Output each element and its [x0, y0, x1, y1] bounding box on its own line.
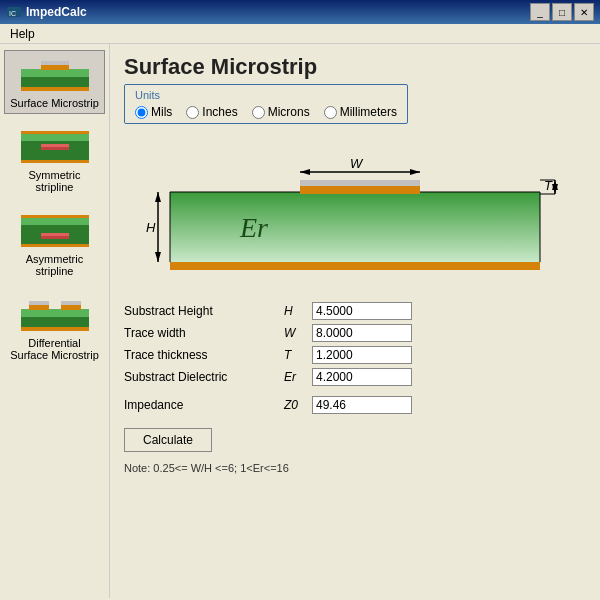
calculate-button-wrapper: Calculate	[124, 414, 586, 452]
svg-rect-6	[41, 61, 69, 65]
close-button[interactable]: ✕	[574, 3, 594, 21]
differential-surface-icon	[19, 295, 91, 335]
svg-rect-10	[21, 160, 89, 163]
microstrip-diagram: Er H W T	[124, 132, 586, 292]
symmetric-stripline-icon	[19, 127, 91, 167]
radio-inches-label: Inches	[202, 105, 237, 119]
svg-rect-21	[21, 327, 89, 331]
impedance-symbol: Z0	[284, 398, 312, 412]
svg-rect-18	[41, 233, 69, 236]
diagram-area: Er H W T	[124, 132, 586, 292]
sidebar-item-asymmetric-stripline[interactable]: Asymmetric stripline	[4, 206, 105, 282]
window-title: ImpedCalc	[26, 5, 87, 19]
param-row-height: Substract Height H	[124, 302, 586, 320]
impedance-row: Impedance Z0	[124, 396, 586, 414]
param-row-thickness: Trace thickness T	[124, 346, 586, 364]
svg-marker-36	[300, 169, 310, 175]
svg-rect-16	[21, 244, 89, 247]
sidebar-item-surface-microstrip[interactable]: Surface Microstrip	[4, 50, 105, 114]
radio-microns[interactable]: Microns	[252, 105, 310, 119]
radio-microns-label: Microns	[268, 105, 310, 119]
param-symbol-thickness: T	[284, 348, 312, 362]
svg-rect-4	[21, 87, 89, 91]
sidebar-label-surface: Surface Microstrip	[10, 97, 99, 109]
radio-mils[interactable]: Mils	[135, 105, 172, 119]
svg-rect-25	[61, 301, 81, 305]
param-input-width[interactable]	[312, 324, 412, 342]
page-title: Surface Microstrip	[124, 54, 586, 80]
maximize-button[interactable]: □	[552, 3, 572, 21]
radio-mils-label: Mils	[151, 105, 172, 119]
param-input-thickness[interactable]	[312, 346, 412, 364]
app-icon: IC	[6, 4, 22, 20]
sidebar: Surface Microstrip Symmetric stripline	[0, 44, 110, 598]
svg-text:W: W	[350, 156, 364, 171]
svg-text:H: H	[146, 220, 156, 235]
param-row-dielectric: Substract Dielectric Er	[124, 368, 586, 386]
svg-marker-37	[410, 169, 420, 175]
svg-rect-12	[41, 144, 69, 147]
note: Note: 0.25<= W/H <=6; 1<Er<=16	[124, 462, 586, 474]
help-menu[interactable]: Help	[4, 25, 41, 43]
radio-millimeters[interactable]: Millimeters	[324, 105, 397, 119]
main-container: Surface Microstrip Symmetric stripline	[0, 44, 600, 598]
param-label-dielectric: Substract Dielectric	[124, 370, 284, 384]
param-symbol-width: W	[284, 326, 312, 340]
radio-inches[interactable]: Inches	[186, 105, 237, 119]
calculate-button[interactable]: Calculate	[124, 428, 212, 452]
param-row-width: Trace width W	[124, 324, 586, 342]
svg-rect-15	[21, 215, 89, 218]
impedance-input[interactable]	[312, 396, 412, 414]
content-area: Surface Microstrip Units Mils Inches Mic…	[110, 44, 600, 598]
asymmetric-stripline-icon	[19, 211, 91, 251]
sidebar-label-differential: Differential Surface Microstrip	[9, 337, 100, 361]
param-input-height[interactable]	[312, 302, 412, 320]
params-section: Substract Height H Trace width W Trace t…	[124, 302, 586, 386]
units-section: Units Mils Inches Microns Millimeters	[124, 84, 408, 124]
radio-microns-input[interactable]	[252, 106, 265, 119]
sidebar-label-symmetric: Symmetric stripline	[9, 169, 100, 193]
svg-rect-20	[21, 309, 89, 317]
radio-millimeters-label: Millimeters	[340, 105, 397, 119]
svg-rect-23	[29, 301, 49, 305]
title-bar: IC ImpedCalc _ □ ✕	[0, 0, 600, 24]
svg-rect-3	[21, 69, 89, 77]
svg-text:IC: IC	[9, 10, 16, 17]
units-row: Mils Inches Microns Millimeters	[135, 105, 397, 119]
minimize-button[interactable]: _	[530, 3, 550, 21]
radio-millimeters-input[interactable]	[324, 106, 337, 119]
param-symbol-dielectric: Er	[284, 370, 312, 384]
svg-rect-26	[170, 262, 540, 270]
svg-marker-33	[155, 252, 161, 262]
units-label: Units	[135, 89, 397, 101]
sidebar-item-differential-surface[interactable]: Differential Surface Microstrip	[4, 290, 105, 366]
svg-rect-29	[300, 180, 420, 186]
svg-marker-32	[155, 192, 161, 202]
sidebar-item-symmetric-stripline[interactable]: Symmetric stripline	[4, 122, 105, 198]
param-symbol-height: H	[284, 304, 312, 318]
impedance-label: Impedance	[124, 398, 284, 412]
menu-bar: Help	[0, 24, 600, 44]
param-input-dielectric[interactable]	[312, 368, 412, 386]
svg-rect-27	[170, 192, 540, 262]
svg-rect-9	[21, 131, 89, 134]
radio-inches-input[interactable]	[186, 106, 199, 119]
param-label-width: Trace width	[124, 326, 284, 340]
surface-microstrip-icon	[19, 55, 91, 95]
title-buttons[interactable]: _ □ ✕	[530, 3, 594, 21]
param-label-height: Substract Height	[124, 304, 284, 318]
svg-text:Er: Er	[239, 212, 268, 243]
radio-mils-input[interactable]	[135, 106, 148, 119]
param-label-thickness: Trace thickness	[124, 348, 284, 362]
sidebar-label-asymmetric: Asymmetric stripline	[9, 253, 100, 277]
